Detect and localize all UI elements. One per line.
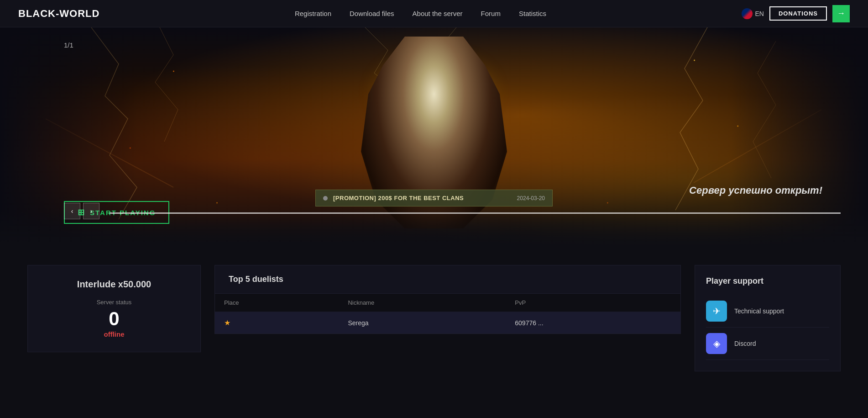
col-pvp: PvP — [506, 294, 680, 312]
nav-forum[interactable]: Forum — [481, 10, 501, 17]
hero-progress-track — [110, 212, 841, 214]
hero-news-banner[interactable]: [PROMOTION] 200$ FOR THE BEST CLANS 2024… — [315, 190, 553, 206]
duelists-table: Place Nickname PvP ★ Serega 609776 ... — [215, 294, 680, 333]
next-icon: › — [90, 207, 93, 215]
nav-statistics[interactable]: Statistics — [519, 10, 546, 17]
nav-download-files[interactable]: Download files — [350, 10, 394, 17]
hero-progress-bar — [110, 212, 841, 214]
duelists-table-header: Place Nickname PvP — [215, 294, 680, 312]
donations-button[interactable]: DONATIONS — [769, 6, 827, 21]
server-status-label: Server status — [46, 299, 182, 306]
prev-icon: ‹ — [71, 207, 73, 215]
lang-label: EN — [755, 10, 764, 17]
support-title: Player support — [706, 276, 829, 286]
news-date: 2024-03-20 — [517, 195, 545, 201]
duelists-card: Top 5 duelists Place Nickname PvP ★ Sere… — [214, 265, 681, 334]
cell-pvp: 609776 ... — [506, 312, 680, 334]
flag-icon — [742, 8, 753, 19]
cell-place: ★ — [215, 312, 339, 334]
support-item-telegram[interactable]: ✈ Technical support — [706, 295, 829, 328]
news-text: [PROMOTION] 200$ FOR THE BEST CLANS — [333, 195, 512, 201]
col-nickname: Nickname — [339, 294, 506, 312]
hero-prev-button[interactable]: ‹ — [64, 203, 80, 219]
site-logo: BLACK-WORLD — [18, 8, 99, 20]
discord-symbol: ◈ — [713, 338, 720, 349]
login-icon: → — [837, 9, 845, 18]
player-support-card: Player support ✈ Technical support ◈ Dis… — [695, 265, 841, 371]
server-status-text: offline — [46, 330, 182, 338]
news-status-dot — [323, 196, 328, 201]
col-place: Place — [215, 294, 339, 312]
telegram-icon: ✈ — [706, 301, 727, 322]
server-status-number: 0 — [46, 309, 182, 328]
telegram-symbol: ✈ — [713, 306, 721, 317]
login-button[interactable]: → — [832, 5, 850, 22]
nav-about-server[interactable]: About the server — [413, 10, 463, 17]
telegram-label: Technical support — [734, 307, 784, 315]
hero-section: 1/1 ⊞ START PLAYING ‹ › [PROMOTION] 200$… — [0, 27, 868, 247]
discord-icon: ◈ — [706, 333, 727, 354]
cell-nickname: Serega — [339, 312, 506, 334]
discord-label: Discord — [734, 340, 756, 347]
language-selector[interactable]: EN — [742, 8, 764, 19]
navbar-right: EN DONATIONS → — [742, 5, 850, 22]
nav-links: Registration Download files About the se… — [295, 10, 546, 17]
server-info-card: Interlude x50.000 Server status 0 offlin… — [27, 265, 201, 352]
bottom-section: Interlude x50.000 Server status 0 offlin… — [0, 247, 868, 390]
nav-registration[interactable]: Registration — [295, 10, 331, 17]
hero-counter: 1/1 — [64, 41, 73, 49]
hero-server-opened: Сервер успешно открыт! — [689, 185, 822, 196]
duelists-title: Top 5 duelists — [215, 265, 680, 294]
navbar: BLACK-WORLD Registration Download files … — [0, 0, 868, 27]
server-name: Interlude x50.000 — [46, 279, 182, 290]
hero-next-button[interactable]: › — [83, 203, 99, 219]
support-item-discord[interactable]: ◈ Discord — [706, 328, 829, 360]
star-icon: ★ — [224, 319, 230, 327]
table-row: ★ Serega 609776 ... — [215, 312, 680, 334]
